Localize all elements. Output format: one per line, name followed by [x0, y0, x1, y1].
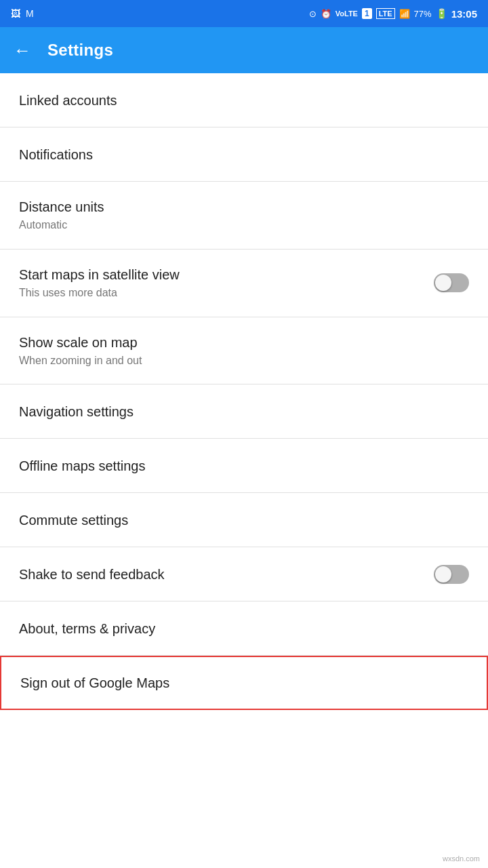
battery-text: 77% [414, 9, 432, 19]
settings-item-title-distance-units: Distance units [19, 198, 469, 216]
back-button[interactable]: ← [14, 40, 31, 61]
settings-item-show-scale[interactable]: Show scale on mapWhen zooming in and out [0, 317, 488, 385]
settings-item-title-offline-maps: Offline maps settings [19, 457, 469, 475]
lte-indicator: LTE [376, 8, 395, 19]
settings-item-title-sign-out: Sign out of Google Maps [20, 674, 468, 692]
toggle-shake-feedback[interactable] [434, 565, 469, 584]
time-display: 13:05 [451, 8, 477, 20]
settings-item-satellite-view[interactable]: Start maps in satellite viewThis uses mo… [0, 250, 488, 317]
settings-item-title-satellite-view: Start maps in satellite view [19, 266, 423, 283]
settings-item-title-about-privacy: About, terms & privacy [19, 620, 469, 637]
settings-item-offline-maps[interactable]: Offline maps settings [0, 439, 488, 493]
sim-indicator: 1 [362, 8, 372, 19]
watermark: wxsdn.com [443, 854, 480, 863]
app-bar: ← Settings [0, 27, 488, 73]
battery-icon: 🔋 [436, 8, 447, 19]
settings-item-title-linked-accounts: Linked accounts [19, 92, 469, 109]
settings-item-commute-settings[interactable]: Commute settings [0, 493, 488, 547]
settings-item-title-show-scale: Show scale on map [19, 334, 469, 351]
location-icon: ⊙ [309, 9, 317, 19]
settings-list: Linked accountsNotificationsDistance uni… [0, 73, 488, 710]
settings-item-title-navigation-settings: Navigation settings [19, 403, 469, 420]
settings-item-content-show-scale: Show scale on mapWhen zooming in and out [19, 334, 469, 368]
settings-item-sign-out[interactable]: Sign out of Google Maps [0, 656, 488, 710]
signal-icon: 📶 [399, 9, 410, 19]
settings-item-title-shake-feedback: Shake to send feedback [19, 566, 423, 583]
settings-item-distance-units[interactable]: Distance unitsAutomatic [0, 182, 488, 250]
settings-item-subtitle-show-scale: When zooming in and out [19, 354, 469, 368]
settings-item-content-notifications: Notifications [19, 146, 469, 163]
settings-item-title-commute-settings: Commute settings [19, 511, 469, 529]
settings-item-content-about-privacy: About, terms & privacy [19, 620, 469, 637]
settings-item-subtitle-satellite-view: This uses more data [19, 286, 423, 300]
settings-item-notifications[interactable]: Notifications [0, 127, 488, 182]
status-bar: 🖼 M ⊙ ⏰ VoLTE 1 LTE 📶 77% 🔋 13:05 [0, 0, 488, 27]
settings-item-content-shake-feedback: Shake to send feedback [19, 566, 423, 583]
settings-item-shake-feedback[interactable]: Shake to send feedback [0, 547, 488, 601]
settings-item-content-distance-units: Distance unitsAutomatic [19, 198, 469, 233]
settings-item-content-linked-accounts: Linked accounts [19, 92, 469, 109]
status-bar-right: ⊙ ⏰ VoLTE 1 LTE 📶 77% 🔋 13:05 [309, 8, 477, 20]
settings-item-content-sign-out: Sign out of Google Maps [20, 674, 468, 692]
settings-item-content-navigation-settings: Navigation settings [19, 403, 469, 420]
status-bar-left: 🖼 M [11, 8, 34, 19]
settings-item-content-satellite-view: Start maps in satellite viewThis uses mo… [19, 266, 423, 300]
toggle-satellite-view[interactable] [434, 273, 469, 292]
settings-item-title-notifications: Notifications [19, 146, 469, 163]
alarm-icon: ⏰ [321, 9, 331, 19]
email-icon: M [26, 8, 34, 19]
settings-item-navigation-settings[interactable]: Navigation settings [0, 384, 488, 439]
settings-item-content-commute-settings: Commute settings [19, 511, 469, 529]
settings-item-content-offline-maps: Offline maps settings [19, 457, 469, 475]
volte-indicator: VoLTE [336, 9, 358, 18]
page-title: Settings [47, 41, 113, 60]
settings-item-subtitle-distance-units: Automatic [19, 218, 469, 233]
image-icon: 🖼 [11, 8, 20, 19]
settings-item-linked-accounts[interactable]: Linked accounts [0, 73, 488, 127]
settings-item-about-privacy[interactable]: About, terms & privacy [0, 601, 488, 656]
